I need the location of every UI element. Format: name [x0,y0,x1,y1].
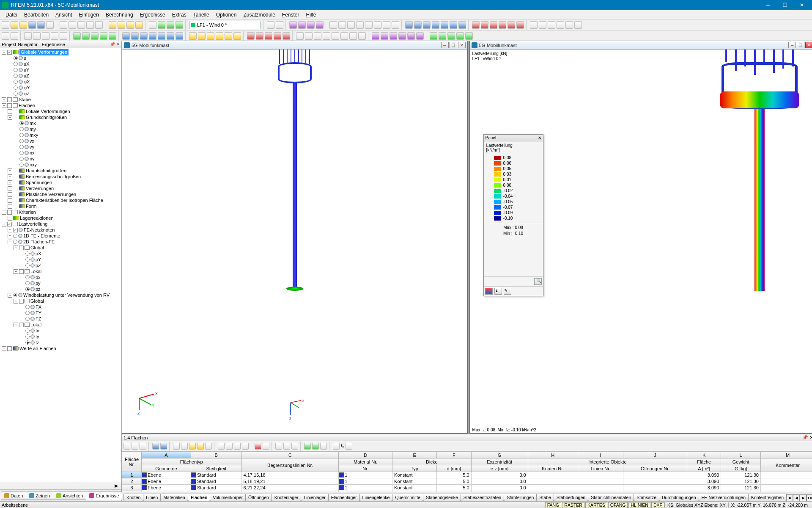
tree-item[interactable]: pz [1,286,121,292]
radio[interactable] [19,139,24,143]
tree-item[interactable]: −Grundschnittgrößen [1,114,121,120]
expand-icon[interactable]: + [8,180,12,185]
grid-tab[interactable]: Stabendgelenke [423,494,461,501]
grid-tab[interactable]: Knotenlager [272,494,302,501]
tab-nav-last[interactable]: ⏭ [807,494,812,501]
tree-item[interactable]: −✓Lastverteilung [1,221,121,227]
radio[interactable] [14,56,18,60]
grid-tab[interactable]: Materialien [160,494,188,501]
expand-icon[interactable]: + [8,198,12,203]
tree-item[interactable]: −Lokal [1,322,121,328]
grid-tab[interactable]: Liniengelenke [359,494,393,501]
tree-item[interactable]: px [1,274,121,280]
collapse-icon[interactable]: − [14,323,18,327]
tool-icon[interactable] [441,21,448,29]
expand-icon[interactable]: + [8,174,12,179]
radio[interactable] [19,163,24,167]
close-button[interactable]: ✕ [793,0,810,10]
tool-icon[interactable] [283,32,290,40]
snap-toggle[interactable]: KARTES [585,502,607,508]
radio[interactable] [25,281,30,285]
tool-icon[interactable] [2,21,9,29]
tool-icon[interactable] [447,32,455,40]
radio[interactable] [25,263,30,268]
tool-icon[interactable] [247,32,255,40]
menu-zusatzmodule[interactable]: Zusatzmodule [240,11,278,19]
tool-icon[interactable] [197,443,204,450]
grid-tab[interactable]: Flächen [188,494,211,501]
tab-daten[interactable]: Daten [1,491,26,500]
tree-item[interactable]: −Global [1,245,121,251]
tool-icon[interactable] [439,32,446,40]
tool-icon[interactable] [276,21,283,29]
tool-icon[interactable] [265,32,272,40]
tool-icon[interactable] [392,21,399,29]
expand-icon[interactable]: + [8,186,12,191]
collapse-icon[interactable]: − [2,50,6,55]
grid-tab[interactable]: Öffnungen [245,494,272,501]
tool-icon[interactable] [167,32,174,40]
checkbox[interactable] [7,346,12,351]
snap-toggle[interactable]: RASTER [562,502,584,508]
tool-icon[interactable] [19,21,27,29]
tool-icon[interactable] [332,32,339,40]
tree-item[interactable]: +1D FE - Elemente [1,233,121,239]
checkbox[interactable] [7,103,12,108]
tool-icon[interactable] [416,32,424,40]
tree-item[interactable]: −Lokal [1,268,121,274]
tool-icon[interactable] [131,32,139,40]
tool-icon[interactable] [60,21,67,29]
tool-icon[interactable] [316,21,324,29]
expand-icon[interactable]: + [2,346,6,351]
tool-icon[interactable] [167,21,174,29]
tree-item[interactable]: mx [1,120,121,126]
grid-tab[interactable]: Stabexzentrizitäten [461,494,504,501]
tool-icon[interactable] [216,32,223,40]
tree-item[interactable]: +Bemessungsschnittgrößen [1,174,121,179]
tool-icon[interactable] [539,21,546,29]
menu-hilfe[interactable]: Hilfe [303,11,319,19]
tool-icon[interactable] [189,32,197,40]
grid-tab[interactable]: Stabsätze [634,494,659,501]
tree-item[interactable]: uY [1,67,121,73]
datagrid-table[interactable]: FlächeNr.ABCDEFGHIJKLMFlächentypBegrenzu… [122,451,812,492]
collapse-icon[interactable]: − [8,240,12,244]
radio[interactable] [25,257,30,262]
tree-item[interactable]: +Form [1,203,121,209]
tree-item[interactable]: +✓FE-Netzknoten [1,227,121,233]
tool-icon[interactable] [60,32,67,40]
radio[interactable] [19,127,24,131]
tree-item[interactable]: −Global [1,298,121,304]
tree-item[interactable]: nxy [1,162,121,168]
radio[interactable] [25,305,30,309]
collapse-icon[interactable]: − [14,269,18,274]
tree-item[interactable]: my [1,126,121,132]
navigator-tree[interactable]: −✓Globale VerformungenuuXuYuZφXφYφZ+Stäb… [0,48,121,483]
grid-tab[interactable]: Stäbe [536,494,554,501]
tree-item[interactable]: −2D Flächen-FE [1,239,121,245]
tree-item[interactable]: ny [1,156,121,162]
grid-tab[interactable]: Knotenfreigaben [748,494,787,501]
tree-item[interactable]: Lagerreaktionen [1,215,121,221]
radio[interactable] [25,334,30,339]
tree-item[interactable]: FX [1,304,121,310]
collapse-icon[interactable]: − [2,103,6,108]
datagrid-table-wrap[interactable]: FlächeNr.ABCDEFGHIJKLMFlächentypBegrenzu… [122,451,812,492]
collapse-icon[interactable]: − [8,115,12,120]
tool-icon[interactable] [69,21,76,29]
tool-icon[interactable] [73,32,81,40]
tool-icon[interactable] [289,21,297,29]
radio[interactable] [19,157,24,161]
radio[interactable] [14,86,18,90]
tool-icon[interactable] [2,32,9,40]
table-row[interactable]: 2EbeneStandard5,18,19,211Konstant5.00.03… [122,478,812,485]
tool-icon[interactable] [574,21,582,29]
tab-nav-next[interactable]: ▶ [800,494,807,501]
tree-item[interactable]: fy [1,334,121,340]
collapse-icon[interactable]: − [14,246,18,250]
tool-icon[interactable] [152,443,159,450]
tool-icon[interactable] [374,21,381,29]
grid-tab[interactable]: Querschnitte [392,494,423,501]
checkbox[interactable] [7,97,12,102]
checkbox[interactable]: ✓ [13,228,18,232]
